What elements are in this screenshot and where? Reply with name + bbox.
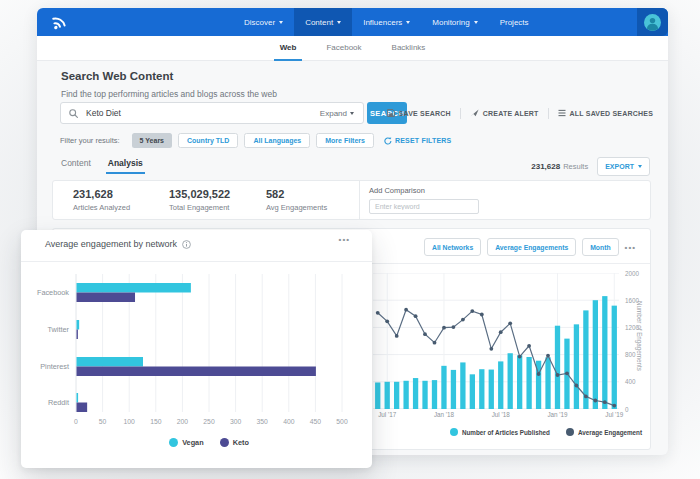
- filter-pill-languages[interactable]: All Languages: [244, 133, 310, 148]
- tab-facebook[interactable]: Facebook: [311, 36, 376, 60]
- network-chart-legend: Vegan Keto: [76, 438, 342, 447]
- search-input[interactable]: [84, 107, 320, 119]
- stat-label: Articles Analyzed: [73, 203, 130, 212]
- network-bar-chart: 050100150200250300350400450500FacebookTw…: [21, 266, 372, 432]
- nav-item-label: Projects: [500, 18, 529, 27]
- legend-dot: [450, 428, 458, 436]
- results-tabs: Content Analysis: [61, 158, 143, 174]
- expand-toggle[interactable]: Expand: [320, 109, 363, 118]
- filter-pill-country-tld[interactable]: Country TLD: [178, 133, 238, 148]
- info-icon[interactable]: [182, 240, 191, 249]
- combo-chart-y-axis-label: Number of Engagements: [636, 301, 643, 371]
- nav-item-influencers[interactable]: Influencers: [352, 8, 421, 36]
- svg-text:Reddit: Reddit: [48, 398, 69, 407]
- stat-total-engagement: 135,029,522 Total Engagement: [169, 188, 230, 212]
- search-actions: SAVE SEARCH CREATE ALERT ALL SAVED: [387, 102, 653, 124]
- chevron-down-icon: [279, 21, 283, 24]
- svg-text:450: 450: [310, 418, 322, 425]
- comparison-keyword-input[interactable]: [369, 199, 479, 214]
- svg-text:Twitter: Twitter: [48, 325, 70, 334]
- divider: [359, 181, 360, 219]
- user-avatar: [644, 14, 661, 31]
- svg-text:150: 150: [150, 418, 162, 425]
- search-bar: Expand: [60, 102, 364, 124]
- action-label: CREATE ALERT: [483, 110, 539, 117]
- stat-label: Avg Engagements: [266, 203, 327, 212]
- legend-average-engagement: Average Engagement: [566, 428, 642, 436]
- save-search-button[interactable]: SAVE SEARCH: [387, 109, 451, 117]
- svg-text:300: 300: [230, 418, 242, 425]
- svg-text:50: 50: [99, 418, 107, 425]
- svg-text:200: 200: [177, 418, 189, 425]
- all-networks-button[interactable]: All Networks: [424, 238, 481, 256]
- chevron-down-icon: [337, 21, 341, 24]
- more-options-icon[interactable]: •••: [625, 243, 636, 252]
- legend-label: Average Engagement: [578, 429, 642, 436]
- all-saved-searches-button[interactable]: ALL SAVED SEARCHES: [558, 109, 653, 117]
- filter-pill-more-filters[interactable]: More Filters: [316, 133, 374, 148]
- combo-chart-legend: Number of Articles Published Average Eng…: [423, 428, 669, 436]
- filter-pill-time-range[interactable]: 5 Years: [132, 133, 172, 148]
- add-comparison-label: Add Comparison: [369, 186, 479, 195]
- stat-value: 231,628: [73, 188, 130, 200]
- legend-keto: Keto: [220, 438, 249, 447]
- svg-text:Pinterest: Pinterest: [40, 362, 69, 371]
- filter-label: Filter your results:: [60, 136, 120, 145]
- legend-label: Number of Articles Published: [462, 429, 550, 436]
- articles-engagement-combo-chart: [373, 273, 619, 409]
- chevron-down-icon: [474, 21, 478, 24]
- add-comparison: Add Comparison: [369, 186, 479, 214]
- stat-avg-engagements: 582 Avg Engagements: [266, 188, 327, 212]
- reset-icon: [384, 137, 392, 145]
- average-engagements-button[interactable]: Average Engagements: [487, 238, 576, 256]
- nav-menu: Discover Content Influencers Monitoring …: [233, 8, 540, 36]
- nav-item-monitoring[interactable]: Monitoring: [421, 8, 488, 36]
- tab-content[interactable]: Content: [61, 158, 91, 174]
- tab-analysis[interactable]: Analysis: [108, 158, 143, 174]
- svg-text:250: 250: [203, 418, 215, 425]
- nav-item-discover[interactable]: Discover: [233, 8, 294, 36]
- divider: [548, 108, 549, 119]
- results-count: 231,628Results: [531, 162, 588, 171]
- list-icon: [558, 109, 566, 117]
- expand-label: Expand: [320, 109, 347, 118]
- results-meta: 231,628Results EXPORT: [531, 157, 650, 176]
- create-alert-button[interactable]: CREATE ALERT: [470, 109, 539, 117]
- chevron-down-icon: [350, 112, 354, 115]
- tab-web[interactable]: Web: [265, 36, 312, 60]
- brand-logo-icon: [50, 13, 68, 31]
- popup-title-text: Average engagement by network: [45, 239, 177, 249]
- tab-backlinks[interactable]: Backlinks: [377, 36, 441, 60]
- network-engagement-popup: Average engagement by network ••• 050100…: [21, 230, 372, 468]
- top-navbar: Discover Content Influencers Monitoring …: [37, 8, 668, 36]
- legend-dot: [220, 438, 229, 447]
- svg-text:0: 0: [74, 418, 78, 425]
- export-label: EXPORT: [605, 163, 634, 170]
- divider: [21, 261, 372, 262]
- export-button[interactable]: EXPORT: [597, 157, 650, 176]
- legend-articles-published: Number of Articles Published: [450, 428, 550, 436]
- account-menu[interactable]: [637, 8, 668, 36]
- page-title: Search Web Content: [61, 70, 173, 82]
- chevron-down-icon: [638, 165, 642, 168]
- nav-item-projects[interactable]: Projects: [489, 8, 540, 36]
- stats-summary-card: 231,628 Articles Analyzed 135,029,522 To…: [52, 180, 651, 220]
- month-button[interactable]: Month: [582, 238, 618, 256]
- search-icon: [69, 109, 78, 118]
- reset-label: RESET FILTERS: [395, 137, 452, 144]
- nav-item-content[interactable]: Content: [294, 8, 352, 36]
- svg-text:Facebook: Facebook: [37, 288, 69, 297]
- screenshot-canvas: Discover Content Influencers Monitoring …: [0, 0, 700, 479]
- popup-title: Average engagement by network: [45, 239, 191, 249]
- stat-value: 582: [266, 188, 327, 200]
- more-options-icon[interactable]: •••: [339, 235, 350, 244]
- svg-text:500: 500: [336, 418, 348, 425]
- nav-item-label: Content: [305, 18, 333, 27]
- legend-dot: [169, 438, 178, 447]
- legend-vegan: Vegan: [169, 438, 204, 447]
- channel-tabs: Web Facebook Backlinks: [37, 36, 668, 61]
- save-icon: [387, 109, 395, 117]
- chart-controls: All Networks Average Engagements Month •…: [424, 238, 636, 256]
- action-label: SAVE SEARCH: [399, 110, 451, 117]
- reset-filters-button[interactable]: RESET FILTERS: [384, 137, 452, 145]
